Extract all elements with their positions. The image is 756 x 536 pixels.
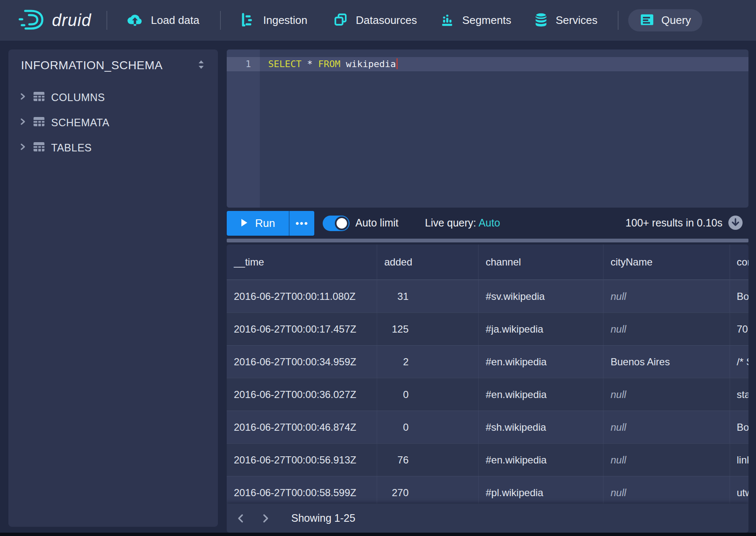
- nav-item-services[interactable]: Services: [534, 0, 598, 41]
- nav-divider: [106, 11, 107, 30]
- database-icon: [534, 12, 548, 29]
- column-header-channel[interactable]: channel: [479, 245, 603, 279]
- live-query-label: Live query:: [425, 217, 476, 229]
- nav-item-label: Ingestion: [263, 14, 308, 27]
- cell-__time[interactable]: 2016-06-27T00:00:36.027Z: [227, 378, 377, 411]
- chevron-right-icon: [18, 117, 27, 127]
- cell-channel[interactable]: #sh.wikipedia: [479, 411, 603, 443]
- column-header-cityName[interactable]: cityName: [603, 245, 730, 279]
- cell-comment[interactable]: sta: [730, 378, 748, 411]
- cell-comment[interactable]: Bot: [730, 411, 748, 443]
- pagination-label: Showing 1-25: [291, 512, 355, 524]
- nav-divider: [618, 11, 619, 30]
- druid-console: druid Load data: [0, 0, 756, 536]
- nav-item-label: Query: [661, 14, 691, 27]
- cell-__time[interactable]: 2016-06-27T00:00:17.457Z: [227, 313, 377, 345]
- stacked-squares-icon: [333, 12, 348, 29]
- cell-cityName[interactable]: Buenos Aires: [603, 346, 730, 378]
- console-icon: [640, 13, 654, 28]
- cell-comment[interactable]: link: [730, 444, 748, 476]
- nav-item-label: Services: [556, 14, 598, 27]
- text-caret: [396, 58, 398, 69]
- chevron-right-icon: [18, 143, 27, 153]
- sql-token-keyword: SELECT: [268, 59, 301, 69]
- line-number: 1: [227, 57, 260, 71]
- cell-added[interactable]: 31: [377, 280, 479, 312]
- cell-added[interactable]: 2: [377, 346, 479, 378]
- editor-gutter: [227, 49, 260, 208]
- cell-comment[interactable]: /* S: [730, 346, 748, 378]
- sql-token-keyword: FROM: [318, 59, 340, 69]
- column-header-comment[interactable]: comment: [730, 245, 748, 279]
- nav-item-ingestion[interactable]: Ingestion: [241, 0, 308, 41]
- cell-cityName[interactable]: null: [603, 313, 730, 345]
- cell-cityName[interactable]: null: [603, 378, 730, 411]
- cell-__time[interactable]: 2016-06-27T00:00:11.080Z: [227, 280, 377, 312]
- cell-__time[interactable]: 2016-06-27T00:00:56.913Z: [227, 444, 377, 476]
- gantt-chart-icon: [241, 12, 256, 29]
- tree-item-schemata[interactable]: SCHEMATA: [8, 110, 218, 135]
- cell-added[interactable]: 0: [377, 378, 479, 411]
- results-table: __timeaddedchannelcityNamecomment 2016-0…: [227, 245, 748, 533]
- auto-limit-toggle[interactable]: [323, 216, 350, 231]
- cell-channel[interactable]: #en.wikipedia: [479, 346, 603, 378]
- run-more-button[interactable]: •••: [289, 211, 314, 236]
- table-row: 2016-06-27T00:00:46.874Z0#sh.wikipedianu…: [227, 411, 748, 443]
- table-grid-icon: [33, 141, 45, 154]
- tree-item-label: SCHEMATA: [51, 117, 109, 129]
- tree-item-columns[interactable]: COLUMNS: [8, 85, 218, 110]
- cell-channel[interactable]: #en.wikipedia: [479, 378, 603, 411]
- nav-item-load-data[interactable]: Load data: [127, 0, 199, 41]
- sql-token-plain: *: [301, 59, 318, 69]
- table-body: 2016-06-27T00:00:11.080Z31#sv.wikipedian…: [227, 280, 748, 509]
- druid-logo[interactable]: druid: [17, 0, 91, 41]
- tree-item-tables[interactable]: TABLES: [8, 135, 218, 160]
- cell-channel[interactable]: #en.wikipedia: [479, 444, 603, 476]
- sql-code-line[interactable]: SELECT * FROM wikipedia: [268, 57, 398, 71]
- cell-channel[interactable]: #sv.wikipedia: [479, 280, 603, 312]
- horizontal-scrollbar[interactable]: [227, 239, 748, 242]
- bottom-edge: [0, 533, 756, 536]
- table-row: 2016-06-27T00:00:17.457Z125#ja.wikipedia…: [227, 312, 748, 345]
- download-button[interactable]: [728, 215, 743, 230]
- cloud-upload-icon: [127, 12, 143, 29]
- nav-item-label: Segments: [462, 14, 511, 27]
- cell-cityName[interactable]: null: [603, 280, 730, 312]
- pagination-bar: Showing 1-25: [227, 504, 748, 533]
- cell-comment[interactable]: 70.: [730, 313, 748, 345]
- table-row: 2016-06-27T00:00:11.080Z31#sv.wikipedian…: [227, 280, 748, 312]
- druid-logo-icon: [17, 8, 47, 33]
- nav-divider: [220, 11, 221, 30]
- table-row: 2016-06-27T00:00:36.027Z0#en.wikipedianu…: [227, 378, 748, 411]
- nav-item-query-active[interactable]: Query: [628, 9, 702, 31]
- results-summary: 100+ results in 0.10s: [553, 217, 722, 229]
- cell-added[interactable]: 125: [377, 313, 479, 345]
- double-caret-vertical-icon[interactable]: [196, 59, 206, 72]
- nav-item-segments[interactable]: Segments: [440, 0, 511, 41]
- run-button[interactable]: Run: [227, 211, 289, 236]
- cell-cityName[interactable]: null: [603, 411, 730, 443]
- schema-header: INFORMATION_SCHEMA: [8, 49, 218, 72]
- cell-__time[interactable]: 2016-06-27T00:00:46.874Z: [227, 411, 377, 443]
- cell-added[interactable]: 0: [377, 411, 479, 443]
- schema-sidebar: INFORMATION_SCHEMA: [8, 49, 218, 527]
- sql-editor[interactable]: 1 SELECT * FROM wikipedia: [227, 49, 748, 208]
- cell-__time[interactable]: 2016-06-27T00:00:34.959Z: [227, 346, 377, 378]
- table-grid-icon: [33, 91, 45, 104]
- column-header-__time[interactable]: __time: [227, 245, 377, 279]
- cell-added[interactable]: 76: [377, 444, 479, 476]
- table-row: 2016-06-27T00:00:34.959Z2#en.wikipediaBu…: [227, 345, 748, 378]
- schema-tree: COLUMNS SCHEMATA: [8, 85, 218, 160]
- column-header-added[interactable]: added: [377, 245, 479, 279]
- table-grid-icon: [33, 116, 45, 129]
- run-button-label: Run: [255, 217, 275, 230]
- live-query-value[interactable]: Auto: [479, 217, 500, 229]
- prev-page-button[interactable]: [236, 513, 246, 523]
- cell-channel[interactable]: #ja.wikipedia: [479, 313, 603, 345]
- cell-comment[interactable]: Bot: [730, 280, 748, 312]
- tree-item-label: TABLES: [51, 142, 92, 154]
- cell-cityName[interactable]: null: [603, 444, 730, 476]
- next-page-button[interactable]: [261, 513, 271, 523]
- top-nav: druid Load data: [0, 0, 756, 41]
- nav-item-datasources[interactable]: Datasources: [333, 0, 417, 41]
